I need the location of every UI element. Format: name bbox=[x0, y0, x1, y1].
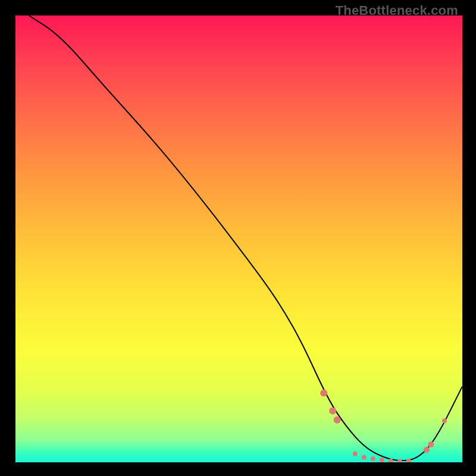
marker-dot bbox=[371, 456, 375, 461]
marker-dot bbox=[329, 408, 336, 415]
marker-dot bbox=[397, 459, 402, 463]
marker-dot bbox=[442, 418, 447, 423]
plot-area bbox=[15, 15, 462, 462]
marker-dot bbox=[320, 390, 327, 397]
marker-dot bbox=[334, 416, 341, 424]
marker-dot bbox=[362, 455, 367, 460]
marker-dot bbox=[380, 458, 384, 462]
outer-frame: TheBottleneck.com bbox=[0, 0, 476, 476]
marker-dot bbox=[428, 441, 434, 447]
marker-dot bbox=[406, 459, 411, 462]
markers-layer bbox=[15, 15, 462, 462]
markers-group bbox=[320, 390, 447, 462]
marker-dot bbox=[424, 447, 430, 453]
marker-dot bbox=[353, 452, 358, 456]
marker-dot bbox=[389, 459, 393, 462]
